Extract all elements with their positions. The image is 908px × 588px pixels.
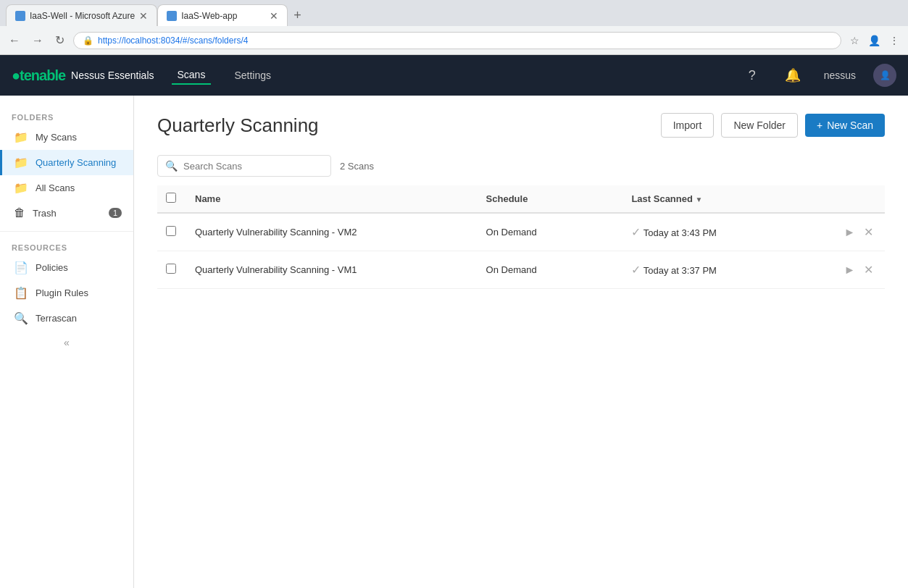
sidebar-item-all-scans[interactable]: 📁 All Scans (0, 175, 133, 201)
search-box[interactable]: 🔍 (157, 155, 331, 177)
new-tab-button[interactable]: + (288, 8, 307, 23)
header-checkbox-col[interactable] (157, 185, 186, 213)
sidebar-collapse-button[interactable]: « (0, 331, 133, 354)
reload-button[interactable]: ↻ (52, 30, 67, 50)
sidebar-item-label-terrascan: Terrascan (36, 313, 77, 324)
header-schedule[interactable]: Schedule (478, 185, 623, 213)
sidebar-item-label-all-scans: All Scans (36, 182, 75, 193)
row1-checkbox[interactable] (166, 226, 176, 236)
new-folder-button[interactable]: New Folder (721, 113, 798, 138)
topnav: ●tenable Nessus Essentials Scans Setting… (0, 55, 908, 96)
page-header: Quarterly Scanning Import New Folder + N… (157, 113, 885, 138)
row2-delete-button[interactable]: ✕ (861, 260, 876, 280)
sidebar-item-label-trash: Trash (33, 208, 57, 219)
new-scan-label: New Scan (827, 119, 873, 131)
table-row: Quarterly Vulnerability Scanning - VM2 O… (157, 213, 885, 251)
new-scan-button[interactable]: + New Scan (805, 114, 885, 137)
row1-last-scanned: ✓ Today at 3:43 PM (622, 213, 827, 251)
sidebar-item-plugin-rules[interactable]: 📋 Plugin Rules (0, 280, 133, 306)
search-row: 🔍 2 Scans (157, 155, 885, 177)
trash-badge: 1 (109, 208, 122, 218)
sort-indicator: ▼ (696, 196, 703, 203)
brand-name: Nessus Essentials (71, 70, 154, 81)
tab-webapp[interactable]: IaaS-Web-app ✕ (157, 4, 288, 26)
table-body: Quarterly Vulnerability Scanning - VM2 O… (157, 213, 885, 289)
folders-label: FOLDERS (0, 107, 133, 125)
sidebar-item-quarterly-scanning[interactable]: 📁 Quarterly Scanning (0, 150, 133, 175)
nav-settings[interactable]: Settings (228, 67, 277, 84)
sidebar-item-label-policies: Policies (36, 262, 68, 273)
back-button[interactable]: ← (6, 31, 23, 50)
row2-launch-button[interactable]: ► (841, 261, 859, 280)
username-label: nessus (824, 70, 856, 81)
plus-icon: + (817, 119, 822, 131)
content-area: Quarterly Scanning Import New Folder + N… (134, 96, 908, 588)
name-col-label: Name (195, 193, 220, 204)
table-row: Quarterly Vulnerability Scanning - VM1 O… (157, 251, 885, 289)
bookmark-btn[interactable]: ☆ (847, 32, 862, 49)
row1-actions: ► ✕ (827, 213, 885, 251)
scans-table: Name Schedule Last Scanned ▼ (157, 185, 885, 289)
nav-scans[interactable]: Scans (172, 66, 212, 85)
address-box[interactable]: 🔒 https://localhost:8034/#/scans/folders… (73, 32, 841, 49)
row2-status-icon: ✓ (631, 264, 641, 276)
row2-checkbox[interactable] (166, 264, 176, 274)
tab-close-azure[interactable]: ✕ (139, 10, 148, 22)
page-title: Quarterly Scanning (157, 114, 661, 137)
profile-btn[interactable]: 👤 (865, 32, 883, 49)
tab-favicon-azure (15, 11, 25, 21)
search-input[interactable] (183, 161, 314, 172)
header-actions-col (827, 185, 885, 213)
trash-icon: 🗑 (14, 206, 25, 219)
tab-title-azure: IaaS-Well - Microsoft Azure (30, 11, 135, 21)
sidebar-item-terrascan[interactable]: 🔍 Terrascan (0, 306, 133, 331)
plugin-rules-icon: 📋 (14, 286, 28, 300)
tab-title-webapp: IaaS-Web-app (181, 11, 265, 21)
table-header-row: Name Schedule Last Scanned ▼ (157, 185, 885, 213)
row2-last-scanned-text: Today at 3:37 PM (643, 265, 717, 276)
tab-favicon-webapp (167, 11, 177, 21)
schedule-col-label: Schedule (486, 193, 528, 204)
lock-icon: 🔒 (83, 35, 93, 46)
row2-name[interactable]: Quarterly Vulnerability Scanning - VM1 (186, 251, 478, 289)
brand: ●tenable Nessus Essentials (12, 67, 154, 84)
help-button[interactable]: ? (743, 62, 762, 89)
policies-icon: 📄 (14, 261, 28, 274)
row1-delete-button[interactable]: ✕ (861, 222, 876, 242)
header-last-scanned[interactable]: Last Scanned ▼ (622, 185, 827, 213)
search-icon: 🔍 (165, 160, 178, 172)
sidebar-item-label-my-scans: My Scans (36, 132, 77, 143)
sidebar-divider (0, 231, 133, 232)
sidebar-item-policies[interactable]: 📄 Policies (0, 255, 133, 280)
header-name[interactable]: Name (186, 185, 478, 213)
folder-icon-my-scans: 📁 (14, 130, 28, 144)
main-area: FOLDERS 📁 My Scans 📁 Quarterly Scanning … (0, 96, 908, 588)
import-button[interactable]: Import (661, 113, 715, 138)
resources-label: RESOURCES (0, 238, 133, 255)
row1-schedule: On Demand (478, 213, 623, 251)
header-actions: Import New Folder + New Scan (661, 113, 885, 138)
sidebar: FOLDERS 📁 My Scans 📁 Quarterly Scanning … (0, 96, 134, 588)
tab-close-webapp[interactable]: ✕ (270, 10, 278, 22)
select-all-checkbox[interactable] (166, 193, 176, 203)
row1-last-scanned-text: Today at 3:43 PM (643, 227, 717, 238)
row2-schedule: On Demand (478, 251, 623, 289)
row1-checkbox-cell[interactable] (157, 213, 186, 251)
notifications-button[interactable]: 🔔 (779, 62, 807, 89)
sidebar-item-trash[interactable]: 🗑 Trash 1 (0, 201, 133, 225)
row1-name[interactable]: Quarterly Vulnerability Scanning - VM2 (186, 213, 478, 251)
row1-launch-button[interactable]: ► (841, 223, 859, 242)
tab-azure[interactable]: IaaS-Well - Microsoft Azure ✕ (6, 4, 157, 26)
row2-checkbox-cell[interactable] (157, 251, 186, 289)
browser-tabs: IaaS-Well - Microsoft Azure ✕ IaaS-Web-a… (0, 0, 908, 26)
sidebar-item-label-quarterly: Quarterly Scanning (36, 157, 116, 168)
menu-btn[interactable]: ⋮ (886, 32, 902, 49)
browser-actions: ☆ 👤 ⋮ (847, 32, 902, 49)
folder-icon-all-scans: 📁 (14, 181, 28, 195)
app: ●tenable Nessus Essentials Scans Setting… (0, 55, 908, 588)
sidebar-item-my-scans[interactable]: 📁 My Scans (0, 125, 133, 150)
forward-button[interactable]: → (29, 31, 46, 50)
avatar-icon: 👤 (880, 70, 891, 80)
user-avatar[interactable]: 👤 (873, 64, 896, 87)
brand-logo: ●tenable (12, 67, 65, 84)
